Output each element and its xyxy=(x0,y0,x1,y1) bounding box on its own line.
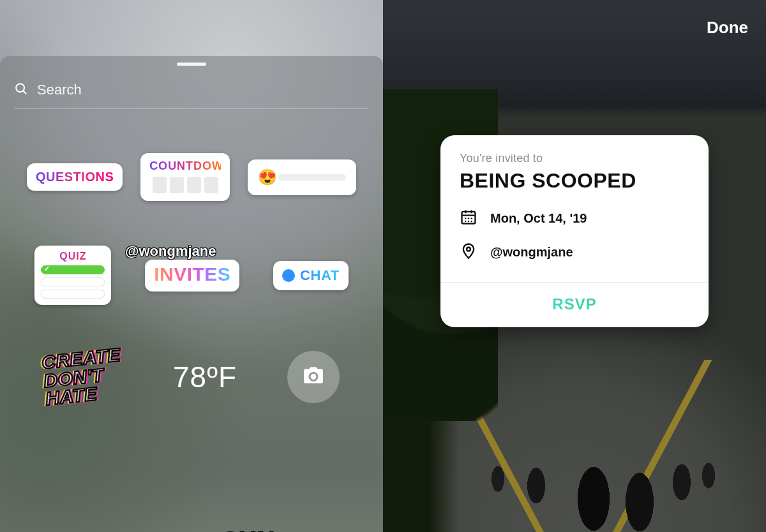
sticker-invites[interactable]: INVITES xyxy=(145,260,239,292)
svg-point-8 xyxy=(471,218,472,219)
app-root: QUESTIONS COUNTDOWN 😍 @wongmjane QUIZ xyxy=(0,0,766,532)
sticker-emoji-slider[interactable]: 😍 xyxy=(248,159,356,195)
svg-point-7 xyxy=(468,218,469,219)
search-icon xyxy=(14,82,28,98)
mention-watermark: @wongmjane xyxy=(125,243,216,260)
svg-point-10 xyxy=(468,221,469,222)
sticker-quiz[interactable]: QUIZ xyxy=(34,246,111,305)
quiz-option-correct xyxy=(41,265,105,274)
svg-point-6 xyxy=(465,218,466,219)
search-row xyxy=(14,82,369,109)
invite-date-row[interactable]: Mon, Oct 14, '19 xyxy=(460,208,689,229)
slider-track xyxy=(278,174,346,181)
done-button[interactable]: Done xyxy=(707,18,748,38)
invite-title[interactable]: BEING SCOOPED xyxy=(460,169,689,193)
invite-card[interactable]: You're invited to BEING SCOOPED Mon, Oct… xyxy=(440,135,709,327)
countdown-label: COUNTDOWN xyxy=(149,159,221,173)
sticker-chat[interactable]: CHAT xyxy=(273,261,348,290)
location-pin-icon xyxy=(460,242,477,263)
heart-eyes-emoji-icon: 😍 xyxy=(258,168,277,186)
invite-pretitle: You're invited to xyxy=(460,152,689,165)
camera-icon xyxy=(302,364,325,390)
svg-line-1 xyxy=(24,91,27,94)
countdown-slots xyxy=(149,177,221,193)
quiz-option xyxy=(41,290,105,299)
calendar-icon xyxy=(460,208,477,229)
sticker-camera-selfie[interactable] xyxy=(287,351,340,403)
invite-date: Mon, Oct 14, '19 xyxy=(490,211,587,226)
invite-card-body: You're invited to BEING SCOOPED Mon, Oct… xyxy=(440,135,709,282)
sticker-tray-screen: QUESTIONS COUNTDOWN 😍 @wongmjane QUIZ xyxy=(0,0,383,532)
sticker-countdown[interactable]: COUNTDOWN xyxy=(140,153,230,201)
sheet-grip-handle[interactable] xyxy=(177,63,206,66)
story-invite-screen: Done You're invited to BEING SCOOPED Mon… xyxy=(383,0,766,532)
sticker-temperature[interactable]: 78ºF xyxy=(173,360,237,394)
rsvp-button[interactable]: RSVP xyxy=(440,283,709,327)
sticker-grid[interactable]: QUESTIONS COUNTDOWN 😍 @wongmjane QUIZ xyxy=(0,134,383,532)
quiz-option xyxy=(41,277,105,286)
invite-location-row[interactable]: @wongmjane xyxy=(460,242,689,263)
chat-bubble-icon xyxy=(282,269,295,282)
quiz-label: QUIZ xyxy=(41,251,105,262)
svg-point-9 xyxy=(465,221,466,222)
sticker-create-dont-hate[interactable]: CREATE DON'T HATE xyxy=(40,346,124,408)
sticker-questions[interactable]: QUESTIONS xyxy=(27,163,123,191)
search-input[interactable] xyxy=(37,82,369,98)
svg-point-12 xyxy=(467,248,470,251)
svg-point-11 xyxy=(471,221,472,222)
svg-point-0 xyxy=(16,84,24,92)
invite-location: @wongmjane xyxy=(490,245,573,260)
